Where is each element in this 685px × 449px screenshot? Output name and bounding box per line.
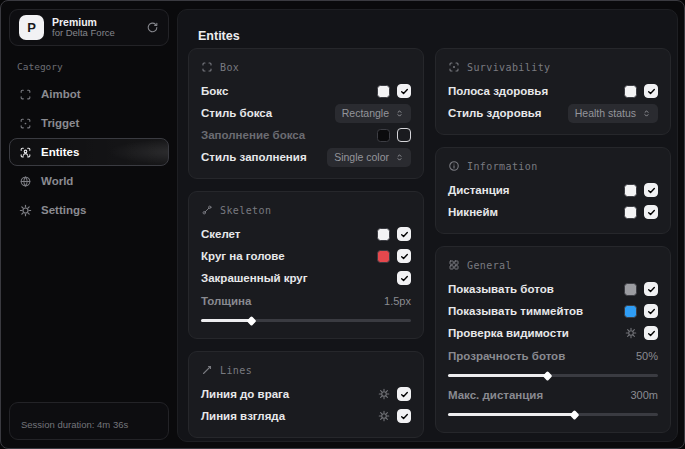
- info-icon: [448, 160, 460, 172]
- setting-label: Полоса здоровья: [448, 85, 548, 97]
- scan-dot-icon: [448, 61, 460, 73]
- slider-value: 1.5px: [384, 295, 411, 307]
- gear-icon: [19, 204, 32, 217]
- row-settings-gear-icon[interactable]: [625, 327, 637, 339]
- setting-row: Показывать тиммейтов: [448, 300, 658, 322]
- color-swatch[interactable]: [624, 206, 637, 219]
- setting-label: Круг на голове: [201, 250, 285, 262]
- box-style-select[interactable]: Rectangle: [335, 104, 411, 123]
- fill-style-select[interactable]: Single color: [327, 148, 411, 167]
- color-swatch[interactable]: [624, 283, 637, 296]
- left-column: Box Бокс Стиль бокса Rectangle: [188, 48, 424, 438]
- color-swatch[interactable]: [624, 184, 637, 197]
- checkbox[interactable]: [397, 387, 411, 401]
- checkbox[interactable]: [644, 282, 658, 296]
- information-card: Information Дистанция Никнейм: [435, 147, 671, 234]
- bone-icon: [201, 204, 213, 216]
- setting-row: Никнейм: [448, 201, 658, 223]
- diagonal-line-icon: [201, 364, 213, 376]
- color-swatch[interactable]: [377, 85, 390, 98]
- bot-opacity-slider[interactable]: [448, 374, 658, 377]
- brand-card: P Premium for Delta Force: [9, 9, 169, 46]
- row-settings-gear-icon[interactable]: [378, 410, 390, 422]
- setting-label: Проверка видимости: [448, 327, 569, 339]
- setting-label: Макс. дистанция: [448, 389, 543, 401]
- setting-row: Стиль здоровья Health status: [448, 102, 658, 124]
- session-duration-card: Session duration: 4m 36s: [9, 402, 169, 440]
- setting-row: Стиль заполнения Single color: [201, 146, 411, 168]
- setting-label: Толщина: [201, 295, 251, 307]
- checkbox[interactable]: [644, 304, 658, 318]
- setting-label: Стиль бокса: [201, 107, 272, 119]
- card-title: Lines: [220, 365, 252, 376]
- sidebar-item-label: Aimbot: [41, 88, 81, 100]
- slider-row: Толщина 1.5px: [201, 291, 411, 322]
- color-swatch[interactable]: [624, 305, 637, 318]
- setting-label: Показывать тиммейтов: [448, 305, 583, 317]
- sidebar-item-world[interactable]: World: [9, 167, 169, 195]
- sidebar-item-label: Trigget: [41, 117, 79, 129]
- setting-label: Дистанция: [448, 184, 509, 196]
- color-swatch[interactable]: [624, 85, 637, 98]
- checkbox[interactable]: [644, 183, 658, 197]
- survivability-card: Survivability Полоса здоровья Стиль здор…: [435, 48, 671, 135]
- setting-label: Заполнение бокса: [201, 129, 305, 141]
- sidebar-item-label: Settings: [41, 204, 86, 216]
- sidebar-item-settings[interactable]: Settings: [9, 196, 169, 224]
- select-value: Health status: [575, 107, 636, 119]
- color-swatch[interactable]: [377, 250, 390, 263]
- checkbox[interactable]: [397, 227, 411, 241]
- sidebar-item-label: Entites: [41, 146, 79, 158]
- card-title: General: [467, 260, 512, 271]
- setting-label: Линия до врага: [201, 388, 289, 400]
- checkbox[interactable]: [397, 409, 411, 423]
- refresh-icon[interactable]: [146, 21, 159, 34]
- setting-row: Дистанция: [448, 179, 658, 201]
- max-distance-slider[interactable]: [448, 413, 658, 416]
- color-swatch[interactable]: [377, 129, 390, 142]
- page-title: Entites: [198, 29, 240, 43]
- crosshair-dot-icon: [19, 117, 32, 130]
- slider-row: Макс. дистанция 300m: [448, 385, 658, 416]
- select-value: Single color: [334, 151, 389, 163]
- setting-label: Закрашенный круг: [201, 272, 308, 284]
- setting-row: Линия до врага: [201, 383, 411, 405]
- sidebar-item-entites[interactable]: Entites: [9, 138, 169, 166]
- row-settings-gear-icon[interactable]: [378, 388, 390, 400]
- checkbox[interactable]: [644, 326, 658, 340]
- thickness-slider[interactable]: [201, 319, 411, 322]
- select-value: Rectangle: [342, 107, 389, 119]
- checkbox[interactable]: [397, 128, 411, 142]
- session-duration-label: Session duration: 4m 36s: [21, 419, 128, 430]
- chevrons-up-down-icon: [642, 109, 651, 118]
- sidebar-item-aimbot[interactable]: Aimbot: [9, 80, 169, 108]
- setting-row: Стиль бокса Rectangle: [201, 102, 411, 124]
- setting-row: Показывать ботов: [448, 278, 658, 300]
- app-window: P Premium for Delta Force Category Aimbo…: [0, 0, 685, 449]
- sidebar-nav: Aimbot Trigget Entites World: [9, 80, 169, 224]
- health-style-select[interactable]: Health status: [568, 104, 658, 123]
- checkbox[interactable]: [397, 249, 411, 263]
- setting-label: Прозрачность ботов: [448, 350, 565, 362]
- setting-label: Показывать ботов: [448, 283, 554, 295]
- brand-subtitle: for Delta Force: [52, 28, 138, 39]
- slider-value: 300m: [630, 389, 658, 401]
- chevrons-up-down-icon: [395, 109, 404, 118]
- sidebar-item-trigget[interactable]: Trigget: [9, 109, 169, 137]
- setting-row: Линия взгляда: [201, 405, 411, 427]
- right-column: Survivability Полоса здоровья Стиль здор…: [435, 48, 671, 433]
- checkbox[interactable]: [397, 84, 411, 98]
- card-title: Survivability: [467, 62, 550, 73]
- checkbox[interactable]: [644, 205, 658, 219]
- setting-label: Никнейм: [448, 206, 498, 218]
- color-swatch[interactable]: [377, 228, 390, 241]
- checkbox[interactable]: [644, 84, 658, 98]
- lines-card: Lines Линия до врага Линия взгляда: [188, 351, 424, 438]
- sidebar: P Premium for Delta Force Category Aimbo…: [9, 9, 169, 440]
- setting-row: Скелет: [201, 223, 411, 245]
- checkbox[interactable]: [397, 271, 411, 285]
- crosshair-scan-icon: [19, 88, 32, 101]
- app-logo: P: [19, 15, 44, 40]
- setting-row: Полоса здоровья: [448, 80, 658, 102]
- setting-label: Скелет: [201, 228, 241, 240]
